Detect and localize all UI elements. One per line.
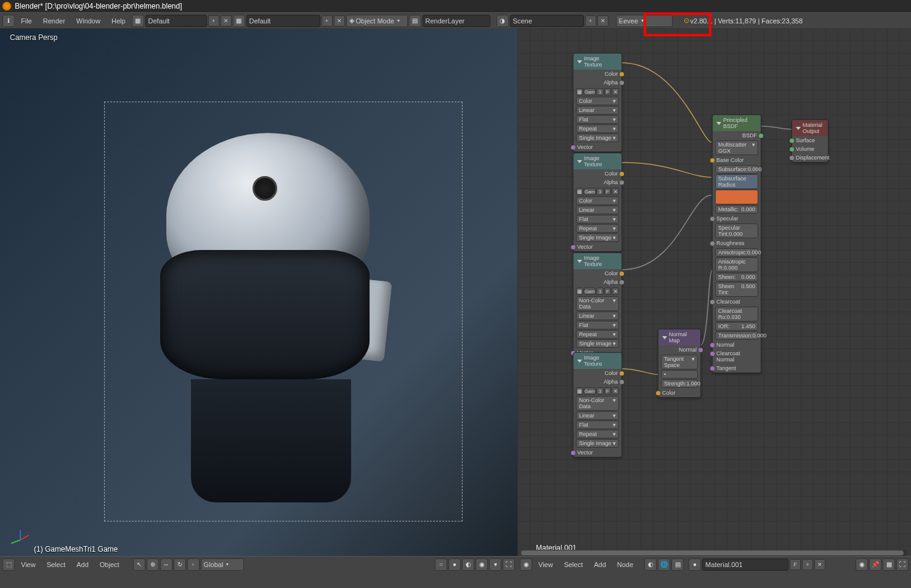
chevron-updown-icon: ▾	[397, 18, 400, 23]
vp-menu-select[interactable]: Select	[42, 561, 71, 568]
horizontal-scrollbar[interactable]	[521, 550, 907, 556]
mode-dropdown[interactable]: ◈ Object Mode ▾	[346, 15, 408, 27]
ne-menu-add[interactable]: Add	[589, 561, 611, 568]
node-material-output[interactable]: Material Output Surface Volume Displacem…	[792, 119, 828, 163]
view-perspective-label: Camera Persp	[10, 33, 57, 42]
node-principled-bsdf[interactable]: Principled BSDF BSDF Multiscatter GGX▾ B…	[712, 115, 761, 373]
ne-menu-view[interactable]: View	[533, 561, 558, 568]
orientation-dropdown[interactable]: Global▾	[201, 558, 244, 571]
material-delete-button[interactable]: ✕	[814, 559, 825, 570]
node-image-texture-3[interactable]: Image Texture Color Alpha ▦Gam3F✕ Non-Co…	[573, 252, 622, 358]
window-title: Blender* [D:\pro\vlog\04-blender-pbr\hel…	[15, 2, 182, 10]
delete-scene-layout-button[interactable]: ✕	[334, 15, 345, 26]
add-scene-button[interactable]: +	[585, 15, 596, 26]
world-type-icon[interactable]: 🌐	[658, 558, 670, 571]
manipulator-toggle-icon[interactable]: ⊕	[147, 558, 159, 571]
cube-icon: ◈	[349, 17, 354, 25]
manipulator-rotate-icon[interactable]: ↻	[174, 558, 186, 571]
menu-file[interactable]: File	[16, 17, 37, 25]
manipulator-scale-icon[interactable]: ▫	[187, 558, 200, 571]
maximize-area-icon[interactable]: ⛶	[896, 558, 909, 571]
use-nodes-toggle-icon[interactable]: ◉	[856, 558, 868, 571]
window-titlebar: Blender* [D:\pro\vlog\04-blender-pbr\hel…	[0, 0, 911, 12]
ne-menu-select[interactable]: Select	[559, 561, 588, 568]
highlight-rectangle	[644, 12, 711, 36]
manipulator-move-icon[interactable]: ↔	[160, 558, 172, 571]
node-editor-header: ◉ View Select Add Node ◐ 🌐 ▤ ● Material.…	[517, 556, 911, 572]
add-scene-layout-button[interactable]: +	[322, 15, 333, 26]
delete-scene-button[interactable]: ✕	[597, 15, 609, 26]
delete-layout-button[interactable]: ✕	[221, 15, 232, 26]
shading-solid-icon[interactable]: ●	[448, 558, 461, 571]
material-name-field[interactable]: Material.001	[702, 558, 788, 571]
vp-menu-view[interactable]: View	[16, 561, 41, 568]
main-area: Camera Persp (1) GameMeshTri1 Game ⬚ Vie…	[0, 28, 911, 572]
linestyle-type-icon[interactable]: ▤	[671, 558, 684, 571]
screen-layout-browse-icon[interactable]: ▦	[132, 15, 144, 27]
menu-window[interactable]: Window	[71, 17, 105, 25]
shading-lookdev-icon[interactable]: ◐	[462, 558, 474, 571]
node-image-texture-2[interactable]: Image Texture Color Alpha ▦Gam3F✕ Color▾…	[573, 153, 622, 252]
scene-layout-field[interactable]: Default	[246, 15, 320, 27]
screen-layout-field[interactable]: Default	[145, 15, 207, 27]
scene-layout-browse-icon[interactable]: ▦	[233, 15, 245, 27]
scene-browse-icon[interactable]: ◑	[496, 15, 509, 27]
pin-icon[interactable]: 📌	[869, 558, 881, 571]
3d-viewport[interactable]: Camera Persp (1) GameMeshTri1 Game ⬚ Vie…	[0, 28, 517, 572]
material-add-button[interactable]: +	[802, 559, 813, 570]
scene-field[interactable]: Scene	[510, 15, 584, 27]
info-header: ℹ File Render Window Help ▦ Default + ✕ …	[0, 12, 911, 28]
node-image-texture-1[interactable]: Image Texture Color Alpha ▦Gam3F✕ Color▾…	[573, 53, 622, 152]
shader-type-icon[interactable]: ◐	[644, 558, 657, 571]
material-fake-user-button[interactable]: F	[790, 559, 801, 570]
shading-rendered-icon[interactable]: ◉	[476, 558, 488, 571]
add-layout-button[interactable]: +	[208, 15, 219, 26]
render-layer-field[interactable]: RenderLayer	[423, 15, 490, 27]
rendered-object-preview	[123, 133, 407, 502]
cursor-tool-icon[interactable]: ↖	[133, 558, 145, 571]
blender-logo-icon	[2, 2, 11, 10]
active-object-label: (1) GameMeshTri1 Game	[34, 545, 118, 554]
overlays-dropdown-button[interactable]: ▾	[489, 558, 501, 571]
menu-help[interactable]: Help	[107, 17, 131, 25]
vp-menu-object[interactable]: Object	[95, 561, 124, 568]
maximize-area-icon[interactable]: ⛶	[503, 558, 515, 571]
shading-wire-icon[interactable]: ○	[435, 558, 447, 571]
node-normal-map[interactable]: Normal Map Normal Tangent Space▾ • Stren…	[658, 329, 701, 398]
node-image-texture-4[interactable]: Image Texture Color Alpha ▦Gam3F✕ Non-Co…	[573, 352, 622, 457]
ne-menu-node[interactable]: Node	[612, 561, 638, 568]
material-browse-icon[interactable]: ●	[689, 558, 701, 571]
vp-menu-add[interactable]: Add	[71, 561, 94, 568]
editor-type-nodeeditor-icon[interactable]: ◉	[520, 558, 532, 571]
backdrop-icon[interactable]: ▦	[883, 558, 895, 571]
menu-render[interactable]: Render	[38, 17, 70, 25]
editor-type-3dview-icon[interactable]: ⬚	[2, 558, 15, 571]
render-layer-browse-icon[interactable]: ▤	[409, 15, 421, 27]
viewport-header: ⬚ View Select Add Object ↖ ⊕ ↔ ↻ ▫ Globa…	[0, 556, 517, 572]
editor-type-icon[interactable]: ℹ	[2, 15, 15, 27]
axis-gizmo	[10, 529, 31, 550]
node-editor[interactable]: Image Texture Color Alpha ▦Gam3F✕ Color▾…	[517, 28, 911, 572]
